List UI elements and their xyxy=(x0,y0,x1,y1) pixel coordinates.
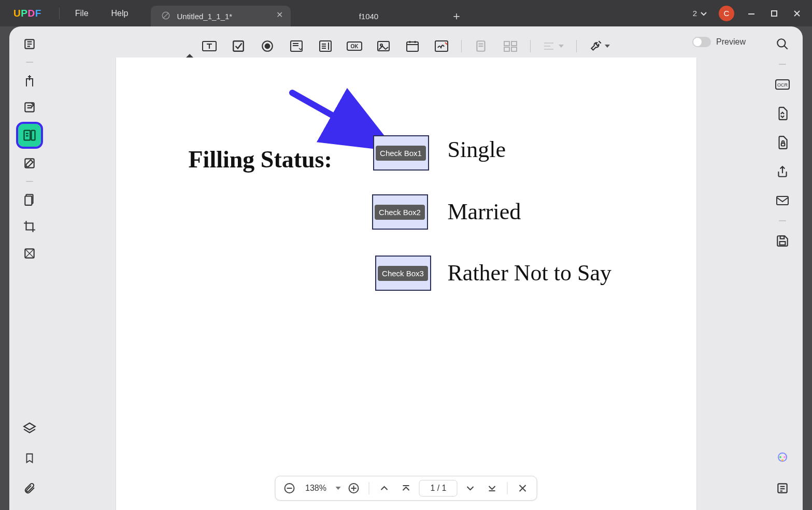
save-icon[interactable] xyxy=(772,231,793,251)
separator xyxy=(779,64,786,65)
svg-rect-23 xyxy=(780,242,786,245)
tools-dropdown[interactable] xyxy=(587,37,612,55)
close-icon[interactable]: ✕ xyxy=(276,11,284,19)
sidebar-left-bottom xyxy=(17,418,42,499)
last-page-button[interactable] xyxy=(483,479,501,497)
separator xyxy=(369,482,369,494)
svg-rect-14 xyxy=(25,196,32,205)
tab-untitled[interactable]: Untitled_1_1_1* ✕ xyxy=(151,6,291,26)
image-field-tool[interactable] xyxy=(374,37,393,55)
search-icon[interactable] xyxy=(772,34,793,54)
page-navigation: 138% xyxy=(275,476,537,501)
svg-rect-9 xyxy=(32,131,35,140)
svg-line-64 xyxy=(292,93,375,139)
maximize-button[interactable] xyxy=(768,8,780,19)
svg-point-27 xyxy=(781,459,783,461)
text-field-tool[interactable] xyxy=(200,37,219,55)
chevron-down-icon xyxy=(605,45,610,48)
form-tool[interactable] xyxy=(18,124,41,147)
form-toolbar: OK xyxy=(61,34,751,59)
multi-field-tool[interactable] xyxy=(501,37,520,55)
bookmark-icon[interactable] xyxy=(19,448,40,469)
svg-rect-59 xyxy=(511,47,517,51)
svg-point-26 xyxy=(783,456,786,458)
svg-point-35 xyxy=(265,44,270,49)
minimize-button[interactable] xyxy=(746,8,757,19)
svg-rect-3 xyxy=(772,11,777,16)
layers-icon[interactable] xyxy=(19,418,40,438)
svg-rect-57 xyxy=(511,41,517,46)
chevron-down-icon xyxy=(559,45,564,48)
svg-rect-56 xyxy=(504,41,509,46)
option-rather-not-say: Rather Not to Say xyxy=(448,260,612,286)
zoom-out-button[interactable] xyxy=(280,479,298,497)
radio-tool[interactable] xyxy=(258,37,277,55)
share-icon[interactable] xyxy=(772,161,793,182)
document-canvas[interactable]: Filling Status: Check Box1 Single Check … xyxy=(61,58,751,510)
pdf-page[interactable]: Filling Status: Check Box1 Single Check … xyxy=(116,58,696,510)
titlebar-right: 2 C xyxy=(693,6,812,21)
field-label: Check Box3 xyxy=(378,266,428,281)
first-page-button[interactable] xyxy=(397,479,415,497)
notes-icon[interactable] xyxy=(772,478,793,499)
convert-icon[interactable] xyxy=(772,103,793,124)
attachment-icon[interactable] xyxy=(19,478,40,499)
checkbox-tool[interactable] xyxy=(229,37,248,55)
switch-icon[interactable] xyxy=(692,37,711,47)
page-input[interactable] xyxy=(419,480,458,497)
button-tool[interactable]: OK xyxy=(345,37,364,55)
dropdown-tool[interactable] xyxy=(287,37,306,55)
svg-rect-48 xyxy=(407,42,418,51)
option-married: Married xyxy=(448,199,521,225)
svg-text:OCR: OCR xyxy=(777,82,788,88)
preview-toggle[interactable]: Preview xyxy=(692,37,746,47)
app-logo[interactable]: UPDF xyxy=(0,8,55,19)
new-tab-button[interactable]: ＋ xyxy=(446,6,467,26)
date-field-tool[interactable] xyxy=(403,37,422,55)
zoom-in-button[interactable] xyxy=(345,479,363,497)
reader-tool[interactable] xyxy=(19,34,40,54)
svg-rect-21 xyxy=(781,143,785,146)
sign-tool[interactable] xyxy=(19,153,40,174)
ai-icon[interactable] xyxy=(772,448,793,469)
signature-field-tool[interactable] xyxy=(432,37,451,55)
svg-text:OK: OK xyxy=(351,44,359,49)
edit-tool[interactable] xyxy=(19,97,40,118)
workspace: OCR xyxy=(0,26,812,510)
separator xyxy=(26,181,33,182)
svg-rect-58 xyxy=(504,47,509,51)
avatar[interactable]: C xyxy=(719,6,734,21)
window-count[interactable]: 2 xyxy=(693,9,707,18)
close-button[interactable] xyxy=(791,8,803,19)
field-label: Check Box2 xyxy=(375,205,425,220)
separator xyxy=(779,220,786,221)
form-checkbox-3[interactable]: Check Box3 xyxy=(375,256,431,291)
sidebar-left xyxy=(17,34,42,264)
protect-icon[interactable] xyxy=(772,132,793,153)
tab-f1040[interactable]: f1040 xyxy=(291,6,446,26)
svg-rect-22 xyxy=(777,196,788,205)
menu-file[interactable]: File xyxy=(64,9,100,18)
mail-icon[interactable] xyxy=(772,190,793,211)
prev-page-button[interactable] xyxy=(376,479,393,497)
form-checkbox-1[interactable]: Check Box1 xyxy=(373,135,429,171)
next-page-button[interactable] xyxy=(462,479,479,497)
recognize-form-tool[interactable] xyxy=(472,37,491,55)
chevron-down-icon[interactable] xyxy=(336,487,341,490)
tab-label: Untitled_1_1_1* xyxy=(177,12,232,21)
tabs-bar: Untitled_1_1_1* ✕ f1040 ＋ xyxy=(151,0,692,26)
crop-tool[interactable] xyxy=(19,216,40,237)
close-nav-button[interactable] xyxy=(514,479,532,497)
redact-tool[interactable] xyxy=(19,243,40,264)
menu-help[interactable]: Help xyxy=(100,9,140,18)
organize-tool[interactable] xyxy=(19,189,40,210)
form-checkbox-2[interactable]: Check Box2 xyxy=(372,194,428,230)
preview-label: Preview xyxy=(716,37,746,47)
separator xyxy=(576,40,577,52)
ocr-icon[interactable]: OCR xyxy=(772,74,793,95)
listbox-tool[interactable] xyxy=(316,37,335,55)
separator xyxy=(530,40,531,52)
align-tool[interactable] xyxy=(541,37,566,55)
svg-line-1 xyxy=(163,12,169,18)
comment-tool[interactable] xyxy=(19,70,40,91)
